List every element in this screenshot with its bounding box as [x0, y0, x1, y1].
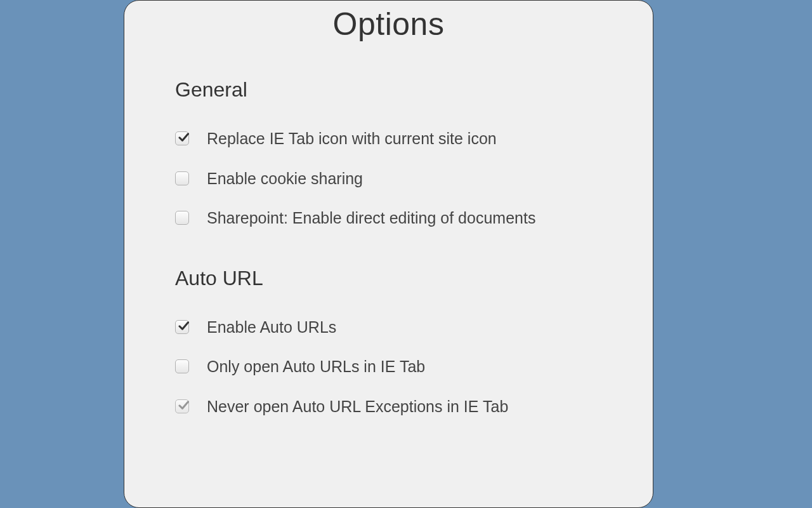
- section-auto-url: Auto URL Enable Auto URLs Only open Auto…: [175, 267, 602, 417]
- option-never-open-exceptions: Never open Auto URL Exceptions in IE Tab: [175, 396, 602, 417]
- check-icon: [178, 320, 189, 331]
- checkbox-never-open-exceptions: [175, 399, 189, 413]
- option-sharepoint-editing: Sharepoint: Enable direct editing of doc…: [175, 208, 602, 229]
- checkbox-enable-auto-urls[interactable]: [175, 320, 189, 334]
- section-heading-general: General: [175, 78, 602, 102]
- option-label: Enable cookie sharing: [207, 168, 363, 189]
- check-icon: [178, 131, 189, 143]
- options-panel: Options General Replace IE Tab icon with…: [124, 0, 653, 508]
- option-label: Enable Auto URLs: [207, 317, 336, 338]
- option-only-auto-urls: Only open Auto URLs in IE Tab: [175, 356, 602, 377]
- checkbox-sharepoint-editing[interactable]: [175, 211, 189, 225]
- option-cookie-sharing: Enable cookie sharing: [175, 168, 602, 189]
- option-label: Replace IE Tab icon with current site ic…: [207, 128, 497, 149]
- page-title: Options: [175, 6, 602, 43]
- option-label: Sharepoint: Enable direct editing of doc…: [207, 208, 535, 229]
- check-icon: [178, 399, 189, 411]
- checkbox-only-auto-urls[interactable]: [175, 359, 189, 373]
- checkbox-cookie-sharing[interactable]: [175, 171, 189, 185]
- option-enable-auto-urls: Enable Auto URLs: [175, 317, 602, 338]
- option-label: Only open Auto URLs in IE Tab: [207, 356, 425, 377]
- checkbox-replace-icon[interactable]: [175, 131, 189, 145]
- option-replace-icon: Replace IE Tab icon with current site ic…: [175, 128, 602, 149]
- option-label: Never open Auto URL Exceptions in IE Tab: [207, 396, 508, 417]
- section-heading-auto-url: Auto URL: [175, 267, 602, 290]
- section-general: General Replace IE Tab icon with current…: [175, 78, 602, 229]
